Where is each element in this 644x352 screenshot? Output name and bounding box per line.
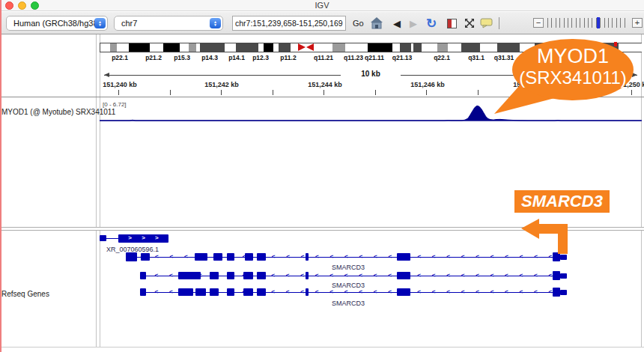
forward-icon: ▶ [410,18,417,29]
zoom-in-button[interactable]: + [632,18,643,28]
exon[interactable] [210,288,219,296]
zoom-slider[interactable]: − + [533,17,643,29]
go-button[interactable]: Go [349,16,368,31]
ruler-tick [170,90,171,95]
exon[interactable] [257,288,266,296]
ideogram-band-label: p21.2 [145,54,162,61]
strand-direction-icons: >>> [118,235,168,241]
ideogram-band-label: q31.1 [468,54,484,61]
callout-line2: (SRX341011) [512,67,634,88]
chromosome-select-value: chr7 [121,19,137,28]
gene-annotation-text: SMARCD3 [521,192,603,211]
ideogram-band [150,43,163,52]
exon[interactable] [245,253,253,261]
exon[interactable] [210,272,219,279]
exon[interactable] [227,272,234,279]
strand-direction-icons: <<<<<<<<<<<<<<<<<<<<<<<<<<<<<< [140,273,567,279]
ruler-tick [221,90,222,95]
refresh-button[interactable]: ↻ [423,15,440,31]
exon[interactable] [140,272,146,279]
fit-to-window-button[interactable] [461,15,478,31]
exon[interactable] [306,272,309,279]
stepper-icon[interactable]: ▲▼ [94,18,106,28]
ideogram-band [180,43,189,52]
stepper-icon[interactable]: ▲▼ [210,18,221,28]
toolbar-separator [499,17,499,29]
exon[interactable] [195,253,207,261]
ideogram-band [413,43,422,52]
exon[interactable] [306,253,309,261]
exon[interactable] [257,253,266,261]
ideogram-band-label: q22.1 [434,54,450,61]
exon[interactable] [560,273,567,279]
ruler-tick [426,90,427,95]
forward-button[interactable]: ▶ [405,15,422,31]
exon[interactable] [397,272,410,279]
exon[interactable] [553,252,560,261]
exon[interactable] [178,288,193,296]
ideogram-band [100,43,110,52]
ruler-tick [375,90,376,95]
exon[interactable] [126,252,137,261]
ideogram-band-label: p22.1 [112,54,128,61]
exon[interactable] [227,253,234,261]
exon[interactable] [257,272,266,279]
home-button[interactable] [368,15,385,31]
exon[interactable] [243,288,253,296]
zoom-out-button[interactable]: − [533,18,544,28]
ideogram-band [461,43,480,52]
genome-select[interactable]: Human (GRCh38/hg38) ▲▼ [6,16,108,31]
ideogram-band [422,43,437,52]
exon[interactable] [560,255,567,260]
ideogram-band [291,43,298,52]
genome-select-value: Human (GRCh38/hg38) [13,19,100,28]
callout-text: MYOD1 (SRX341011) [512,45,634,88]
exon[interactable] [227,288,234,296]
exon[interactable] [397,288,410,296]
toolbar: Human (GRCh38/hg38) ▲▼ chr7 ▲▼ Go ◀ ▶ ↻ [0,12,644,34]
ideogram-band [368,43,392,52]
centromere-icon [306,43,314,51]
ideogram-band-label: p11.2 [280,54,296,61]
exon[interactable] [553,288,560,297]
comment-bubble-icon [480,18,493,28]
refseq-genes-panel[interactable]: >>>>>>>XR_007060596.1<<<<<<<<<<<<<<<<<<<… [100,231,642,347]
exon[interactable] [560,290,567,295]
ruler-tick [631,90,632,95]
ideogram-band [225,43,236,52]
centromere-icon [298,43,306,51]
region-of-interest-button[interactable] [443,15,460,31]
exon[interactable] [213,253,222,261]
exon[interactable] [141,253,150,261]
transcript-label[interactable]: SMARCD3 [332,264,365,271]
transcript-label[interactable]: SMARCD3 [332,300,365,307]
name-panel-divider[interactable] [96,34,97,347]
locus-input[interactable] [232,16,346,31]
exon[interactable] [195,288,206,296]
ideogram-band-label: q21.11 [365,54,384,61]
ideogram-band [400,43,411,52]
exon[interactable] [553,271,560,280]
callout-line1: MYOD1 [512,45,634,67]
ideogram-band [264,43,273,52]
comment-button[interactable] [478,15,494,31]
chromosome-select[interactable]: chr7 ▲▼ [114,16,223,31]
back-button[interactable]: ◀ [389,15,405,31]
zoom-slider-ticks[interactable] [547,18,628,28]
ruler-tick [273,90,273,95]
strand-direction-icons: <<<<<<<<<<<<<<<<<<<<<<<<<<<<<<< [126,254,567,260]
track-name-refseq-genes[interactable]: Refseq Genes [1,290,49,298]
exon[interactable] [178,272,201,279]
ideogram-band [279,43,291,52]
exon[interactable] [100,235,106,241]
exon[interactable] [243,272,253,279]
signal-track-plot[interactable] [100,97,642,123]
exon[interactable] [140,288,146,296]
ideogram-band-label: p14.1 [228,54,245,61]
exon[interactable] [397,253,410,261]
ruler-tick [323,90,324,95]
zoom-slider-thumb[interactable] [597,17,600,28]
signal-peak [100,106,642,121]
exon[interactable] [306,288,309,296]
track-name-signal[interactable]: MYOD1 (@ Myotube) SRX341011 [1,108,115,116]
